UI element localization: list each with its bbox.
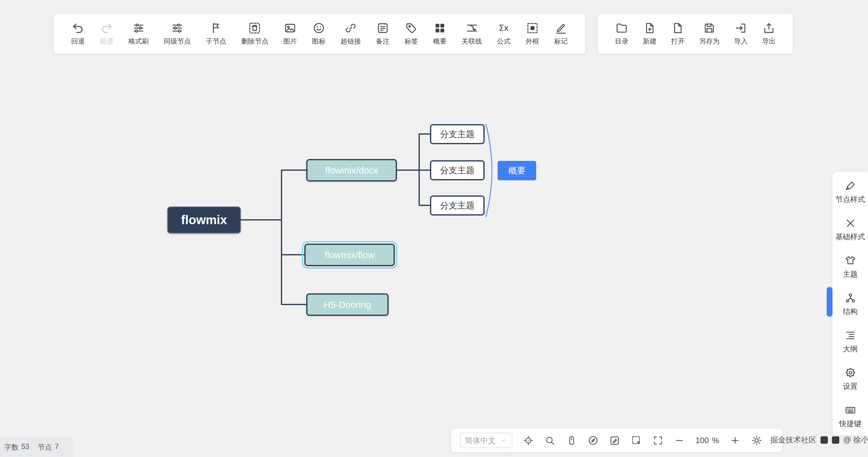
node-style-icon [844, 180, 856, 192]
sibling-node-button[interactable]: 同级节点 [164, 22, 191, 46]
new-file-label: 新建 [643, 37, 656, 46]
sidebar-item-shortcuts[interactable]: 快捷键 [833, 398, 868, 435]
brightness-icon[interactable] [751, 435, 763, 446]
sidebar-item-settings[interactable]: 设置 [833, 360, 868, 398]
search-icon[interactable] [544, 435, 556, 446]
import-label: 导入 [734, 37, 748, 46]
undo-label: 回退 [71, 37, 85, 46]
word-count-value: 53 [21, 443, 29, 452]
watermark-text-left: 掘金技术社区 [770, 435, 816, 445]
format-painter-label: 格式刷 [128, 37, 149, 46]
note-icon [376, 22, 389, 35]
outer-frame-label: 外框 [526, 37, 539, 46]
gear-icon [844, 367, 856, 378]
redo-icon [100, 22, 113, 35]
image-label: 图片 [283, 37, 297, 46]
right-sidebar: 节点样式 基础样式 主题 结构 大纲 设置 快捷键 [833, 172, 868, 435]
child-node-label: 子节点 [206, 37, 226, 46]
word-count-label: 字数 [4, 443, 19, 452]
summary-brace [486, 124, 492, 217]
node-count-value: 7 [55, 443, 59, 452]
branch-topic-node[interactable]: 分支主题 [430, 124, 485, 144]
image-icon [284, 22, 297, 35]
icon-button[interactable]: 图标 [312, 22, 326, 46]
mark-label: 标记 [554, 37, 568, 46]
mark-button[interactable]: 标记 [554, 22, 568, 46]
redo-button[interactable]: 前进 [100, 22, 113, 46]
formula-label: 公式 [497, 37, 510, 46]
language-value: 简体中文 [465, 435, 496, 446]
theme-label: 主题 [843, 269, 858, 279]
directory-label: 目录 [615, 37, 628, 46]
open-file-label: 打开 [671, 37, 685, 46]
note-button[interactable]: 备注 [376, 22, 390, 46]
relation-line-label: 关联线 [462, 37, 482, 46]
branch-topic-node[interactable]: 分支主题 [430, 160, 485, 180]
language-select[interactable]: 简体中文 [460, 433, 513, 448]
node-flowmix-docx[interactable]: flowmix/docx [306, 159, 397, 182]
format-painter-button[interactable]: 格式刷 [128, 22, 149, 46]
file-toolbar: 目录 新建 打开 另存为 导入 导出 [598, 14, 793, 54]
word-count: 字数 53 [4, 443, 29, 452]
status-bar: 字数 53 节点 7 [0, 437, 73, 457]
watermark-logo-icon [820, 436, 828, 444]
relation-line-button[interactable]: 关联线 [462, 22, 482, 46]
edit-icon[interactable] [609, 435, 620, 446]
zoom-percent-sign: % [712, 436, 719, 445]
zoom-value-text: 100 [695, 436, 709, 445]
node-h5-dooring[interactable]: H5-Dooring [306, 293, 389, 316]
structure-label: 结构 [843, 307, 858, 316]
chevron-down-icon [499, 436, 507, 444]
main-toolbar: 回退 前进 格式刷 同级节点 子节点 删除节点 图片 图标 超链接 备注 标签 [54, 14, 585, 54]
node-flowmix-flow-selected[interactable]: flowmix/flow [304, 244, 395, 266]
active-panel-indicator [827, 287, 833, 317]
link-icon [344, 22, 357, 35]
directory-button[interactable]: 目录 [615, 22, 628, 46]
sidebar-item-node-style[interactable]: 节点样式 [833, 174, 868, 211]
watermark-text-right: @ 徐小夕 [843, 435, 868, 445]
hyperlink-button[interactable]: 超链接 [340, 22, 361, 46]
marker-icon [554, 22, 567, 35]
watermark: 掘金技术社区 @ 徐小夕 [770, 435, 868, 445]
sidebar-item-basic-style[interactable]: 基础样式 [833, 211, 868, 248]
tag-label: 标签 [404, 37, 418, 46]
summary-tool-label: 概要 [433, 37, 447, 46]
marquee-select-icon[interactable] [631, 435, 642, 446]
undo-button[interactable]: 回退 [71, 22, 85, 46]
outer-frame-button[interactable]: 外框 [526, 22, 539, 46]
formula-button[interactable]: Σx 公式 [497, 22, 510, 46]
zoom-in-button[interactable] [730, 435, 741, 446]
export-button[interactable]: 导出 [762, 22, 776, 46]
zoom-out-button[interactable] [674, 435, 685, 446]
fullscreen-icon[interactable] [652, 435, 664, 446]
mindmap-edges [0, 0, 868, 457]
shortcuts-label: 快捷键 [839, 419, 862, 429]
tag-button[interactable]: 标签 [404, 22, 418, 46]
sidebar-item-theme[interactable]: 主题 [833, 248, 868, 286]
sidebar-item-structure[interactable]: 结构 [833, 286, 868, 323]
delete-node-label: 删除节点 [241, 37, 268, 46]
locate-icon[interactable] [523, 435, 534, 446]
grid-icon [433, 22, 446, 35]
child-node-button[interactable]: 子节点 [206, 22, 226, 46]
delete-node-button[interactable]: 删除节点 [241, 22, 268, 46]
image-button[interactable]: 图片 [283, 22, 297, 46]
save-icon [703, 22, 716, 35]
new-file-button[interactable]: 新建 [643, 22, 656, 46]
root-node[interactable]: flowmix [167, 207, 241, 234]
summary-tool-button[interactable]: 概要 [433, 22, 447, 46]
file-plus-icon [643, 22, 656, 35]
watermark-badge-icon [832, 436, 839, 444]
file-icon [671, 22, 684, 35]
folder-icon [615, 22, 628, 35]
import-button[interactable]: 导入 [734, 22, 748, 46]
branch-topic-node[interactable]: 分支主题 [430, 195, 485, 216]
comment-pen-icon[interactable] [587, 435, 599, 446]
mouse-mode-icon[interactable] [566, 435, 577, 446]
open-file-button[interactable]: 打开 [671, 22, 685, 46]
save-as-button[interactable]: 另存为 [699, 22, 719, 46]
summary-node[interactable]: 概要 [498, 161, 536, 180]
canvas-toolbar: 简体中文 100 % [451, 429, 782, 452]
redo-label: 前进 [100, 37, 113, 46]
sidebar-item-outline[interactable]: 大纲 [833, 323, 868, 360]
